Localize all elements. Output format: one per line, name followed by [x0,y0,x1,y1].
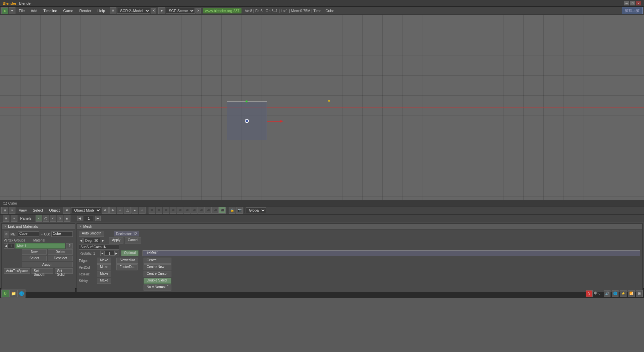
me-field[interactable]: Cube [18,231,39,237]
grid-btn-4[interactable]: ⬛ [170,207,176,214]
make-sticky-button[interactable]: Make [97,278,111,284]
menu-file[interactable]: File [16,7,28,14]
viewport-toggle[interactable]: ▼ [9,207,15,214]
centre-button[interactable]: Centre [144,258,171,264]
viewport-btn-2[interactable]: ⊗ [109,207,116,214]
viewport-area[interactable] [0,15,644,200]
props-icon-1[interactable]: ⊞ [3,215,9,222]
grid-btn-8[interactable]: ⬛ [198,207,205,214]
grid-btn-11[interactable]: ⬛ [219,207,226,214]
mat-spin-left[interactable]: ◀ [4,243,8,249]
menu-render[interactable]: Render [76,7,94,14]
link-materials-header[interactable]: ▼ Link and Materials [2,224,75,229]
page-next[interactable]: ▶ [95,216,101,221]
menu-game[interactable]: Game [60,7,76,14]
texmesh-field[interactable]: TexMesh: [143,250,640,256]
slower-draw-button[interactable]: SlowerDra [116,258,138,264]
viewport-btn-4[interactable]: △ [124,207,131,214]
menu-toggle-button[interactable]: ▼ [9,7,15,14]
scene-select[interactable]: SCE:Scene [166,8,195,14]
new-button[interactable]: New [22,249,47,255]
object-mode-icon[interactable]: ▣ [63,207,70,214]
scene-dropdown[interactable]: ◈ SCE:Scene ✕ [158,7,201,14]
centre-cursor-button[interactable]: Centre Cursor [144,271,171,277]
view-menu[interactable]: View [16,207,30,214]
viewport-btn-3[interactable]: ☆ [117,207,123,214]
subdiv-left[interactable]: ◀ [100,251,104,256]
tray-icon-1[interactable]: S [586,290,593,297]
props-btn-2[interactable]: ◯ [43,215,49,222]
subsurf-field[interactable]: SubSurf:Catmull- [79,244,119,250]
subdiv-right[interactable]: ▶ [114,251,118,256]
select-button[interactable]: Select [22,256,47,261]
make-edges-button[interactable]: Make [97,258,111,264]
autosmooth-button[interactable]: Auto Smooth [79,231,104,237]
maximize-button[interactable]: □ [630,1,635,6]
select-menu[interactable]: Select [30,207,46,214]
props-btn-3[interactable]: ✕ [50,215,56,222]
optimal-button[interactable]: Optimal [121,250,139,256]
mat-name-field[interactable]: Mat: 1 [15,243,65,249]
blender-logo-button[interactable]: B [1,7,8,14]
props-btn-4[interactable]: ⊡ [57,215,63,222]
viewport-btn-1[interactable]: ⊕ [102,207,109,214]
me-icon[interactable]: ⊟ [4,231,9,237]
global-dropdown[interactable]: Global [246,207,266,213]
grid-btn-6[interactable]: ⬛ [184,207,191,214]
assign-button[interactable]: Assign [22,262,73,267]
tray-icon-5[interactable]: 📶 [628,290,635,297]
viewport-icon-1[interactable]: ⊞ [1,207,8,214]
tray-icon-4[interactable]: ⚡ [620,290,627,297]
make-vertcol-button[interactable]: Make [97,264,111,270]
cancel-button[interactable]: Cancel [125,237,141,244]
set-smooth-button[interactable]: Set Smooth [32,268,54,274]
blender-link[interactable]: www.blender.org 237 [203,8,241,13]
deselect-button[interactable]: Deselect [48,256,73,261]
faster-draw-button[interactable]: FasterDra [116,264,137,270]
menu-timeline[interactable]: Timeline [41,7,60,14]
ob-field[interactable]: Cube [51,231,73,237]
tray-icon-3[interactable]: 🌐 [612,290,619,297]
props-btn-mesh[interactable]: ▲ [36,215,42,222]
mesh-header[interactable]: ▼ Mesh [77,224,642,229]
page-number[interactable]: 1 [84,216,94,221]
viewport-btn-6[interactable]: ○ [139,207,146,214]
object-mode-dropdown[interactable]: Object Mode [71,207,101,213]
subdiv-input[interactable] [104,251,114,256]
screen-select[interactable]: SCR:2–Model [117,8,150,14]
minimize-button[interactable]: ─ [624,1,629,6]
menu-add[interactable]: Add [28,7,40,14]
screen-icon[interactable]: ⊞ [110,7,116,14]
tray-icon-2[interactable]: 🔊 [604,290,610,297]
grid-btn-3[interactable]: ⬛ [163,207,169,214]
decimator-field[interactable]: Decimator: 12 [114,231,139,236]
props-toggle[interactable]: ▼ [11,215,17,222]
double-sided-button[interactable]: Double Sided [144,278,171,284]
apply-button[interactable]: Apply [109,237,123,244]
set-solid-button[interactable]: Set Solid [55,268,73,274]
screen-close[interactable]: ✕ [151,8,156,13]
taskbar-blender[interactable]: B [1,290,9,298]
object-menu[interactable]: Object [46,207,62,214]
grid-btn-10[interactable]: ⬛ [212,207,219,214]
scene-close[interactable]: ✕ [196,8,201,13]
autotexspace-button[interactable]: AutoTexSpace [4,268,30,274]
screen-dropdown[interactable]: ⊞ SCR:2–Model ✕ [110,7,156,14]
mat-question[interactable]: ? [66,243,73,249]
grid-btn-7[interactable]: ⬛ [191,207,198,214]
green-handle[interactable] [246,100,248,102]
mat-num[interactable]: 1 [8,243,14,249]
degr-spin-right[interactable]: ▶ [101,238,105,243]
taskbar-chrome[interactable]: 🌐 [17,290,25,298]
grid-btn-5[interactable]: ⬛ [177,207,183,214]
taskbar-folder[interactable]: 📁 [9,290,17,298]
no-vnormal-button[interactable]: No V.Normal F [144,284,171,291]
degr-spin-left[interactable]: ◀ [79,238,83,243]
top-right-button[interactable]: 插插上插 [622,7,643,14]
props-btn-5[interactable]: ◉ [64,215,70,222]
degr-field[interactable]: Degr: 30 [84,238,100,243]
camera-icon[interactable]: 📷 [236,207,243,214]
grid-btn-9[interactable]: ⬛ [205,207,212,214]
lock-icon[interactable]: 🔒 [229,207,235,214]
centre-new-button[interactable]: Centre New [144,264,171,270]
